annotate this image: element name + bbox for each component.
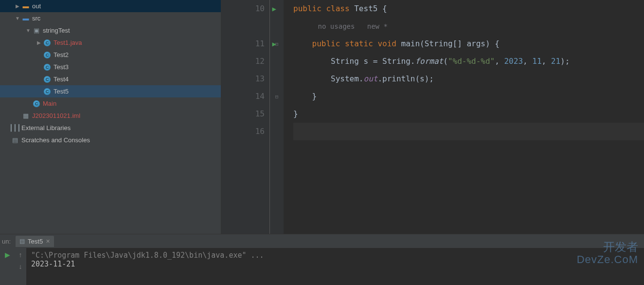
code-line[interactable]: public class Test5 { bbox=[293, 0, 644, 18]
code-area[interactable]: public class Test5 { no usages new * pub… bbox=[284, 0, 644, 234]
line-number: 14 bbox=[221, 88, 265, 105]
line-number bbox=[221, 18, 265, 35]
tree-item-label: Test3 bbox=[54, 63, 69, 71]
tree-item-scratches-and-consoles[interactable]: ▤Scratches and Consoles bbox=[0, 134, 221, 146]
java-class-icon: C bbox=[43, 63, 52, 72]
tree-item-label: stringTest bbox=[43, 27, 70, 34]
line-number: 11▶ bbox=[221, 35, 265, 53]
run-output[interactable]: "C:\Program Files\Java\jdk1.8.0_192\bin\… bbox=[26, 248, 644, 285]
tree-item-label: Test4 bbox=[54, 76, 69, 83]
run-tab-label: Test5 bbox=[28, 238, 43, 245]
rerun-icon[interactable]: ▶ bbox=[5, 251, 10, 259]
tree-toggle-icon[interactable]: ▶ bbox=[35, 40, 43, 45]
tree-item-test1-java[interactable]: ▶CTest1.java bbox=[0, 37, 221, 49]
line-number: 15 bbox=[221, 105, 265, 123]
tree-item-src[interactable]: ▼▬src bbox=[0, 12, 221, 24]
tree-item-j2023011021-iml[interactable]: ▦J2023011021.iml bbox=[0, 110, 221, 122]
tree-item-test4[interactable]: CTest4 bbox=[0, 73, 221, 85]
run-gutter-icon[interactable]: ▶ bbox=[272, 0, 276, 18]
tree-item-label: Test5 bbox=[54, 88, 69, 95]
close-icon[interactable]: ✕ bbox=[46, 238, 50, 245]
java-class-icon: C bbox=[43, 51, 52, 59]
line-number: 10▶ bbox=[221, 0, 265, 18]
line-number-gutter: 10▶11▶1213141516 bbox=[221, 0, 270, 234]
tree-toggle-icon[interactable]: ▼ bbox=[14, 16, 21, 21]
scroll-up-icon[interactable]: ↑ bbox=[19, 251, 22, 259]
fold-marker bbox=[270, 18, 284, 35]
run-toolbar: ▶ bbox=[0, 248, 15, 285]
tree-item-external-libraries[interactable]: ┃┃┃External Libraries bbox=[0, 122, 221, 134]
line-number: 12 bbox=[221, 53, 265, 70]
project-tree[interactable]: ▶▬out▼▬src▼▣stringTest▶CTest1.javaCTest2… bbox=[0, 0, 221, 234]
tree-item-test5[interactable]: CTest5 bbox=[0, 85, 221, 97]
code-line[interactable]: no usages new * bbox=[293, 18, 644, 35]
tree-toggle-icon[interactable]: ▶ bbox=[14, 3, 21, 9]
code-line[interactable]: System.out.println(s); bbox=[293, 70, 644, 88]
fold-marker[interactable]: ⊟ bbox=[270, 88, 284, 105]
tree-item-label: src bbox=[32, 15, 40, 22]
output-command: "C:\Program Files\Java\jdk1.8.0_192\bin\… bbox=[31, 251, 639, 260]
fold-marker bbox=[270, 70, 284, 88]
code-line[interactable]: } bbox=[293, 88, 644, 105]
scroll-down-icon[interactable]: ↓ bbox=[19, 263, 22, 270]
output-line: 2023-11-21 bbox=[31, 260, 639, 268]
tree-item-label: J2023011021.iml bbox=[32, 112, 80, 119]
iml-file-icon: ▦ bbox=[21, 112, 30, 120]
scratches-icon: ▤ bbox=[11, 136, 19, 145]
fold-marker bbox=[270, 53, 284, 70]
code-editor[interactable]: 10▶11▶1213141516 ⊟⊟ public class Test5 {… bbox=[221, 0, 644, 234]
run-tabs-bar: un: ▤ Test5 ✕ bbox=[0, 234, 644, 248]
line-number: 16 bbox=[221, 123, 265, 140]
java-class-icon: C bbox=[43, 38, 52, 47]
run-gutter-icon[interactable]: ▶ bbox=[272, 35, 276, 53]
java-class-icon: C bbox=[43, 87, 52, 96]
tree-toggle-icon[interactable]: ▼ bbox=[24, 28, 32, 33]
run-indicator-bar: ↑ ↓ bbox=[15, 248, 26, 285]
package-icon: ▣ bbox=[32, 26, 41, 35]
tree-item-label: Scratches and Consoles bbox=[21, 136, 90, 144]
tree-item-label: Main bbox=[43, 100, 56, 107]
run-config-icon: ▤ bbox=[19, 238, 25, 245]
code-line[interactable]: public static void main(String[] args) { bbox=[293, 35, 644, 53]
libraries-icon: ┃┃┃ bbox=[11, 124, 19, 133]
run-tool-window: un: ▤ Test5 ✕ ▶ ↑ ↓ "C:\Program Files\Ja… bbox=[0, 234, 644, 285]
run-tab-test5[interactable]: ▤ Test5 ✕ bbox=[16, 236, 54, 247]
folder-icon: ▬ bbox=[21, 2, 30, 11]
tree-item-label: External Libraries bbox=[21, 124, 71, 132]
tree-item-test3[interactable]: CTest3 bbox=[0, 61, 221, 73]
tree-item-stringtest[interactable]: ▼▣stringTest bbox=[0, 24, 221, 37]
java-class-icon: C bbox=[32, 99, 41, 108]
code-line[interactable]: } bbox=[293, 105, 644, 123]
fold-marker bbox=[270, 123, 284, 140]
java-class-icon: C bbox=[43, 75, 52, 84]
line-number: 13 bbox=[221, 70, 265, 88]
tree-item-label: out bbox=[32, 2, 41, 10]
code-line[interactable] bbox=[293, 123, 644, 140]
tree-item-test2[interactable]: CTest2 bbox=[0, 49, 221, 61]
run-label: un: bbox=[2, 238, 11, 245]
tree-item-label: Test1.java bbox=[54, 39, 82, 46]
folder-icon: ▬ bbox=[21, 14, 30, 23]
tree-item-main[interactable]: CMain bbox=[0, 97, 221, 110]
tree-item-out[interactable]: ▶▬out bbox=[0, 0, 221, 12]
tree-item-label: Test2 bbox=[54, 51, 69, 58]
fold-marker bbox=[270, 105, 284, 123]
code-line[interactable]: String s = String.format("%d-%d-%d", 202… bbox=[293, 53, 644, 70]
